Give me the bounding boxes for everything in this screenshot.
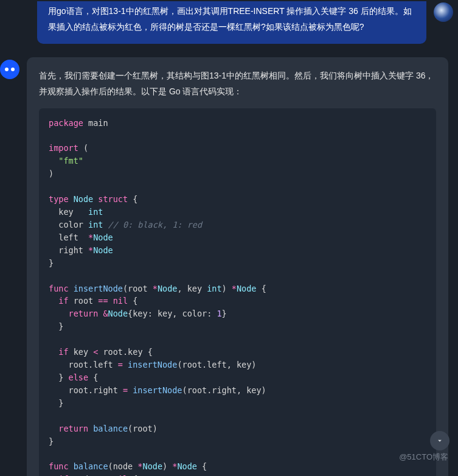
code-token: <: [93, 347, 98, 357]
code-token: nil: [113, 296, 128, 306]
code-token: root.left: [69, 360, 113, 369]
code-comment: // 0: black, 1: red: [108, 220, 202, 229]
code-token: Node: [108, 309, 128, 318]
user-message-row: 用go语言，对图13-1中的红黑树，画出对其调用TREE-INSERT 操作插入…: [0, 0, 458, 44]
scroll-to-top-button[interactable]: [430, 431, 449, 450]
code-token: Node: [74, 194, 94, 204]
code-token: else: [69, 373, 89, 382]
code-token: root: [128, 284, 148, 293]
code-token: root.right: [187, 385, 237, 395]
code-token: int: [88, 220, 103, 229]
code-token: int: [207, 284, 221, 293]
code-token: right: [58, 245, 83, 255]
code-token: balance: [74, 461, 108, 471]
code-token: root.key: [103, 347, 142, 357]
assistant-message-bubble: 首先，我们需要创建一个红黑树，其结构与图13-1中的红黑树相同。然后，我们将向树…: [27, 57, 448, 476]
user-prompt-text: 用go语言，对图13-1中的红黑树，画出对其调用TREE-INSERT 操作插入…: [48, 6, 412, 32]
code-token: main: [88, 118, 108, 128]
assistant-message-row: 首先，我们需要创建一个红黑树，其结构与图13-1中的红黑树相同。然后，我们将向树…: [0, 44, 458, 476]
code-token: "fmt": [58, 156, 83, 166]
code-token: key: [58, 207, 73, 217]
code-token: func: [49, 461, 69, 471]
code-token: key: [74, 347, 88, 357]
assistant-intro-text: 首先，我们需要创建一个红黑树，其结构与图13-1中的红黑树相同。然后，我们将向树…: [39, 68, 436, 100]
code-token: =: [118, 360, 123, 369]
code-token: Node: [158, 284, 178, 293]
code-token: Node: [93, 245, 113, 255]
code-token: import: [49, 143, 78, 153]
code-token: 1: [217, 309, 221, 318]
code-token: int: [88, 207, 103, 217]
code-token: func: [49, 284, 69, 293]
code-token: package: [49, 118, 83, 128]
code-token: return: [69, 309, 99, 318]
code-token: root: [133, 424, 153, 433]
code-token: balance: [93, 424, 128, 433]
code-token: Node: [143, 461, 163, 471]
chevron-down-icon: [435, 436, 444, 445]
code-token: return: [58, 424, 88, 433]
code-token: root.left: [182, 360, 227, 369]
code-token: key: [133, 309, 147, 318]
code-token: color: [182, 309, 207, 318]
code-token: ==: [98, 296, 108, 306]
code-token: key: [237, 360, 251, 369]
code-token: left: [58, 233, 78, 242]
assistant-avatar: [0, 60, 19, 79]
code-token: key: [246, 385, 261, 395]
code-token: root: [74, 296, 94, 306]
code-token: =: [123, 385, 128, 395]
code-token: key: [158, 309, 172, 318]
code-token: insertNode: [74, 284, 123, 293]
code-token: if: [58, 296, 68, 306]
code-token: key: [187, 284, 202, 293]
code-token: Node: [237, 284, 257, 293]
code-token: node: [113, 461, 133, 471]
code-token: color: [58, 220, 83, 229]
code-token: if: [58, 347, 68, 357]
user-message-bubble: 用go语言，对图13-1中的红黑树，画出对其调用TREE-INSERT 操作插入…: [37, 1, 426, 44]
user-avatar: [434, 2, 453, 22]
code-block[interactable]: package main import ( "fmt" ) type Node …: [39, 108, 436, 476]
code-token: type: [49, 194, 69, 204]
code-token: insertNode: [133, 385, 182, 395]
code-token: struct: [98, 194, 128, 204]
code-token: root.right: [69, 385, 118, 395]
code-token: insertNode: [128, 360, 177, 369]
code-token: Node: [93, 233, 113, 242]
code-token: Node: [177, 461, 197, 471]
